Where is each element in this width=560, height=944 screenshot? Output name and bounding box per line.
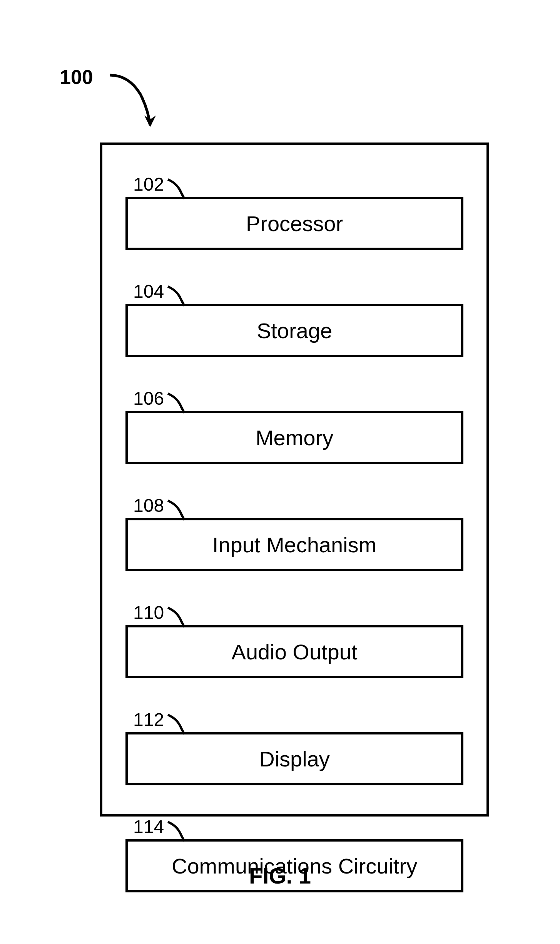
block-input-mechanism: 108 Input Mechanism (125, 495, 463, 571)
block-label-memory: Memory (256, 425, 333, 450)
block-label-audio-output: Audio Output (232, 639, 358, 664)
block-box-input-mechanism: Input Mechanism (125, 518, 463, 571)
leader-line-icon (166, 392, 193, 414)
main-reference-arrow-icon (106, 67, 160, 133)
main-reference-number: 100 (60, 65, 93, 89)
block-memory: 106 Memory (125, 388, 463, 464)
block-box-processor: Processor (125, 197, 463, 250)
block-box-memory: Memory (125, 411, 463, 464)
leader-line-icon (166, 499, 193, 521)
block-box-audio-output: Audio Output (125, 625, 463, 678)
block-box-storage: Storage (125, 304, 463, 357)
block-storage: 104 Storage (125, 281, 463, 357)
block-processor: 102 Processor (125, 174, 463, 250)
figure-caption: FIG. 1 (0, 863, 560, 889)
leader-line-icon (166, 285, 193, 307)
leader-line-icon (166, 606, 193, 628)
block-display: 112 Display (125, 709, 463, 785)
block-label-input-mechanism: Input Mechanism (212, 532, 376, 557)
block-label-storage: Storage (257, 318, 332, 343)
block-label-display: Display (259, 746, 330, 771)
block-box-display: Display (125, 732, 463, 785)
block-label-processor: Processor (246, 211, 343, 236)
leader-line-icon (166, 820, 193, 842)
device-container: 102 Processor 104 Storage 106 Memory 108 (100, 143, 489, 817)
leader-line-icon (166, 178, 193, 200)
leader-line-icon (166, 713, 193, 735)
block-audio-output: 110 Audio Output (125, 602, 463, 678)
